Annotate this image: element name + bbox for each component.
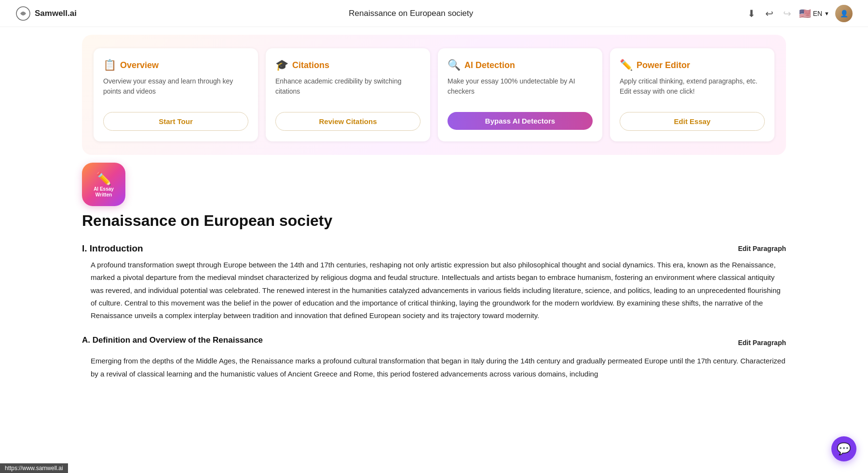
start-tour-button[interactable]: Start Tour	[103, 112, 248, 131]
overview-icon: 📋	[103, 59, 116, 71]
status-url: https://www.samwell.ai	[5, 465, 63, 472]
undo-button[interactable]: ↩	[763, 6, 775, 21]
edit-essay-button[interactable]: Edit Essay	[620, 112, 765, 131]
chat-bubble-button[interactable]: 💬	[831, 436, 856, 461]
avatar-content: 👤	[840, 10, 848, 17]
flag-icon: 🇺🇸	[799, 8, 811, 19]
review-citations-button[interactable]: Review Citations	[275, 112, 420, 131]
feature-card-power-header: ✏️ Power Editor	[620, 59, 765, 71]
ai-essay-badge: ✏️ AI EssayWritten	[82, 163, 125, 206]
citations-desc: Enhance academic credibility by switchin…	[275, 76, 420, 103]
power-editor-title: Power Editor	[637, 60, 690, 70]
edit-introduction-button[interactable]: Edit Paragraph	[738, 245, 786, 252]
undo-icon: ↩	[765, 8, 773, 19]
power-editor-icon: ✏️	[620, 59, 633, 71]
overview-title: Overview	[120, 60, 159, 70]
logo: Samwell.ai	[15, 6, 77, 21]
bypass-ai-button[interactable]: Bypass AI Detectors	[448, 112, 593, 130]
definition-paragraph: Emerging from the depths of the Middle A…	[82, 355, 786, 380]
feature-card-citations: 🎓 Citations Enhance academic credibility…	[266, 48, 430, 141]
download-button[interactable]: ⬇	[746, 6, 758, 21]
introduction-title: I. Introduction	[82, 243, 143, 254]
power-editor-desc: Apply critical thinking, extend paragrap…	[620, 76, 765, 103]
lang-label: EN	[813, 10, 822, 17]
essay-main-title: Renaissance on European society	[82, 212, 786, 230]
ai-detection-title: AI Detection	[464, 60, 515, 70]
redo-button[interactable]: ↪	[781, 6, 793, 21]
feature-card-citations-header: 🎓 Citations	[275, 59, 420, 71]
feature-card-ai-header: 🔍 AI Detection	[448, 59, 593, 71]
citations-title: Citations	[292, 60, 329, 70]
header-actions: ⬇ ↩ ↪ 🇺🇸 EN ▼ 👤	[746, 5, 853, 22]
definition-title: A. Definition and Overview of the Renais…	[82, 335, 263, 345]
ai-badge-inner: ✏️ AI EssayWritten	[94, 171, 114, 198]
download-icon: ⬇	[747, 8, 756, 19]
header-title: Renaissance on European society	[349, 9, 473, 18]
header: Samwell.ai Renaissance on European socie…	[0, 0, 868, 27]
essay-area: ✏️ AI EssayWritten Renaissance on Europe…	[82, 163, 786, 413]
language-selector[interactable]: 🇺🇸 EN ▼	[799, 8, 829, 19]
ai-detection-icon: 🔍	[448, 59, 461, 71]
ai-badge-label: AI EssayWritten	[94, 186, 114, 198]
status-bar: https://www.samwell.ai	[0, 463, 68, 473]
edit-definition-button[interactable]: Edit Paragraph	[738, 339, 786, 347]
avatar[interactable]: 👤	[835, 5, 853, 22]
citations-icon: 🎓	[275, 59, 288, 71]
overview-desc: Overview your essay and learn through ke…	[103, 76, 248, 103]
pencil-icon: ✏️	[96, 171, 111, 186]
chat-icon: 💬	[837, 442, 851, 456]
feature-card-overview: 📋 Overview Overview your essay and learn…	[94, 48, 258, 141]
logo-text: Samwell.ai	[35, 9, 77, 18]
introduction-paragraph: A profound transformation swept through …	[82, 259, 786, 322]
feature-card-ai-detection: 🔍 AI Detection Make your essay 100% unde…	[438, 48, 602, 141]
logo-icon	[15, 6, 31, 21]
definition-header: A. Definition and Overview of the Renais…	[82, 335, 786, 350]
introduction-header: I. Introduction Edit Paragraph	[82, 243, 786, 254]
feature-card-power-editor: ✏️ Power Editor Apply critical thinking,…	[610, 48, 774, 141]
redo-icon: ↪	[783, 8, 791, 19]
ai-detection-desc: Make your essay 100% undetectable by AI …	[448, 76, 593, 103]
chevron-down-icon: ▼	[824, 11, 829, 16]
features-area: 📋 Overview Overview your essay and learn…	[82, 35, 786, 155]
feature-card-overview-header: 📋 Overview	[103, 59, 248, 71]
